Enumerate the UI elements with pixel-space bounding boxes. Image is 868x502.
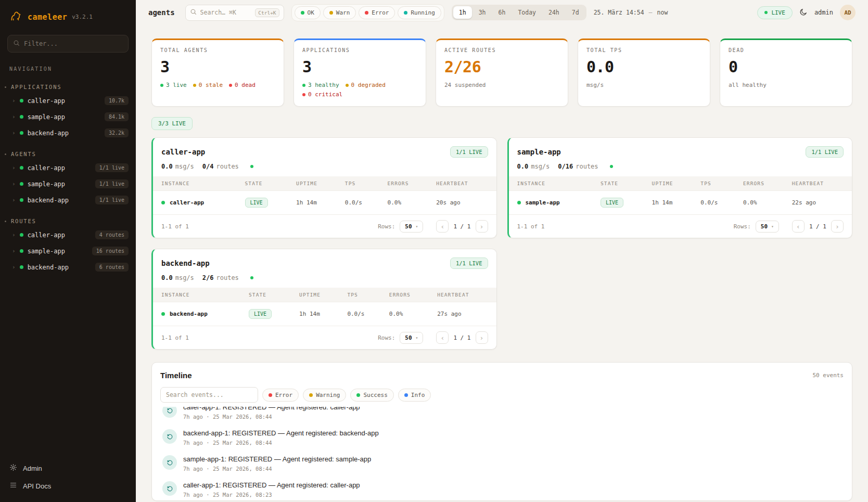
table-footer: 1-1 of 1 Rows: 50▾ ‹ 1 / 1 › (509, 214, 852, 238)
item-count-badge: 1/1 live (95, 163, 129, 172)
stat-subs: 3 healthy 0 degraded 0 critical (302, 82, 417, 98)
app-routes-unit: routes (216, 163, 239, 170)
dark-mode-toggle[interactable] (799, 8, 808, 18)
next-page-button[interactable]: › (476, 331, 488, 344)
pagination: ‹ 1 / 1 › (436, 220, 488, 233)
avatar[interactable]: AD (840, 5, 856, 20)
next-page-button[interactable]: › (476, 220, 488, 233)
sidebar-item-routes-sample-app[interactable]: › sample-app 16 routes (0, 243, 136, 259)
table-header-row: INSTANCE STATE UPTIME TPS ERRORS HEARTBE… (153, 176, 496, 191)
sidebar-item-label: API Docs (23, 482, 51, 490)
rows-label: Rows: (378, 223, 395, 230)
stat-label: APPLICATIONS (302, 47, 417, 53)
global-search-input[interactable] (200, 9, 252, 16)
nav-section-header-agents[interactable]: AGENTS (0, 148, 136, 160)
stat-sub-healthy: 3 healthy (302, 82, 339, 88)
sidebar-item-agents-backend-app[interactable]: › backend-app 1/1 live (0, 192, 136, 208)
page-indicator: 1 / 1 (809, 223, 826, 230)
sidebar-item-routes-caller-app[interactable]: › caller-app 4 routes (0, 227, 136, 243)
chevron-down-icon: ▾ (416, 224, 418, 229)
app-tps-unit: msg/s (175, 274, 194, 281)
sidebar-item-applications-sample-app[interactable]: › sample-app 84.1k (0, 109, 136, 125)
filter-chip-running[interactable]: Running (398, 6, 441, 19)
chevron-right-icon: › (12, 130, 16, 136)
running-dot-icon (404, 11, 407, 15)
nav-section-agents: AGENTS › caller-app 1/1 live › sample-ap… (0, 148, 136, 208)
table-row[interactable]: caller-app LIVE 1h 14m 0.0/s 0.0% 20s ag… (153, 191, 496, 215)
nav-section-header-applications[interactable]: APPLICATIONS (0, 81, 136, 93)
range-end-time: now (657, 9, 668, 16)
status-dot-icon (20, 233, 23, 237)
time-range-3h[interactable]: 3h (473, 6, 492, 19)
status-dot-icon (517, 201, 521, 204)
timeline-event[interactable]: backend-app-1: REGISTERED — Agent regist… (160, 424, 844, 450)
nav-section-label: ROUTES (11, 218, 36, 224)
rows-select[interactable]: 50▾ (756, 221, 779, 233)
sidebar-item-applications-caller-app[interactable]: › caller-app 10.7k (0, 93, 136, 109)
sidebar-item-agents-sample-app[interactable]: › sample-app 1/1 live (0, 176, 136, 192)
filter-chip-ok[interactable]: OK (295, 6, 321, 19)
filter-chip-error[interactable]: Error (359, 6, 395, 19)
sidebar-filter-input[interactable] (24, 40, 123, 47)
uptime-cell: 1h 14m (647, 191, 696, 215)
sidebar-item-label: sample-app (28, 181, 65, 188)
sidebar-item-applications-backend-app[interactable]: › backend-app 32.2k (0, 125, 136, 141)
app-live-badge: 1/1 LIVE (450, 258, 488, 269)
time-range-today[interactable]: Today (512, 6, 542, 19)
nav-section-label: AGENTS (11, 151, 36, 157)
timeline-event[interactable]: sample-app-1: REGISTERED — Agent registe… (160, 450, 844, 477)
sidebar-item-label: caller-app (28, 164, 65, 172)
sidebar-item-api-docs[interactable]: API Docs (9, 481, 126, 491)
nav-section-header-routes[interactable]: ROUTES (0, 215, 136, 227)
sparkline-dot-icon (610, 165, 613, 168)
time-range-1h[interactable]: 1h (453, 6, 472, 19)
table-row[interactable]: sample-app LIVE 1h 14m 0.0/s 0.0% 22s ag… (509, 191, 852, 215)
filter-chip-warn[interactable]: Warn (323, 6, 356, 19)
col-instance: INSTANCE (153, 176, 240, 191)
time-range-7d[interactable]: 7d (566, 6, 585, 19)
global-search[interactable]: Ctrl+K (185, 5, 284, 21)
prev-page-button[interactable]: ‹ (792, 220, 805, 233)
col-heartbeat: HEARTBEAT (432, 288, 496, 302)
sidebar-filter[interactable] (7, 35, 129, 53)
col-uptime: UPTIME (291, 176, 340, 191)
sidebar-item-admin[interactable]: Admin (9, 464, 126, 473)
prev-page-button[interactable]: ‹ (436, 220, 449, 233)
gear-icon (9, 464, 17, 473)
time-range-6h[interactable]: 6h (493, 6, 512, 19)
sidebar-item-agents-caller-app[interactable]: › caller-app 1/1 live (0, 160, 136, 176)
section-bullet-icon (5, 86, 6, 88)
stat-sub: msg/s (586, 82, 701, 88)
timeline-filter-error[interactable]: Error (262, 389, 299, 402)
sidebar: cameleer v3.2.1 NAVIGATION APPLICATIONS … (0, 0, 136, 502)
chevron-right-icon: › (12, 98, 16, 104)
timeline-search-input[interactable] (160, 387, 258, 403)
chevron-right-icon: › (12, 232, 16, 238)
time-range-24h[interactable]: 24h (543, 6, 565, 19)
heartbeat-cell: 27s ago (432, 302, 496, 326)
status-dot-icon (20, 99, 23, 102)
tps-cell: 0.0/s (342, 302, 384, 326)
timeline-event[interactable]: caller-app-1: REGISTERED — Agent registe… (160, 477, 844, 500)
sidebar-item-routes-backend-app[interactable]: › backend-app 6 routes (0, 259, 136, 275)
timeline-event[interactable]: caller-app-1: REGISTERED — Agent registe… (160, 407, 844, 424)
chevron-down-icon: ▾ (771, 224, 774, 229)
rows-select[interactable]: 50▾ (400, 221, 423, 233)
table-row[interactable]: backend-app LIVE 1h 14m 0.0/s 0.0% 27s a… (153, 302, 496, 326)
sidebar-item-label: backend-app (28, 197, 69, 204)
timeline-filter-info[interactable]: Info (398, 389, 431, 402)
timeline-filter-success[interactable]: Success (350, 389, 393, 402)
prev-page-button[interactable]: ‹ (436, 331, 449, 344)
timeline-filter-warning[interactable]: Warning (303, 389, 346, 402)
timeline-events-list[interactable]: caller-app-1: REGISTERED — Agent registe… (160, 407, 844, 500)
range-separator: — (649, 9, 653, 16)
event-body: caller-app-1: REGISTERED — Agent registe… (183, 407, 360, 420)
app-routes-unit: routes (216, 274, 239, 281)
page-indicator: 1 / 1 (453, 223, 470, 230)
col-state: STATE (244, 288, 294, 302)
rows-select[interactable]: 50▾ (400, 332, 423, 344)
next-page-button[interactable]: › (831, 220, 844, 233)
stat-label: DEAD (729, 47, 844, 53)
status-dot-icon (20, 115, 23, 119)
row-range-label: 1-1 of 1 (161, 223, 189, 230)
